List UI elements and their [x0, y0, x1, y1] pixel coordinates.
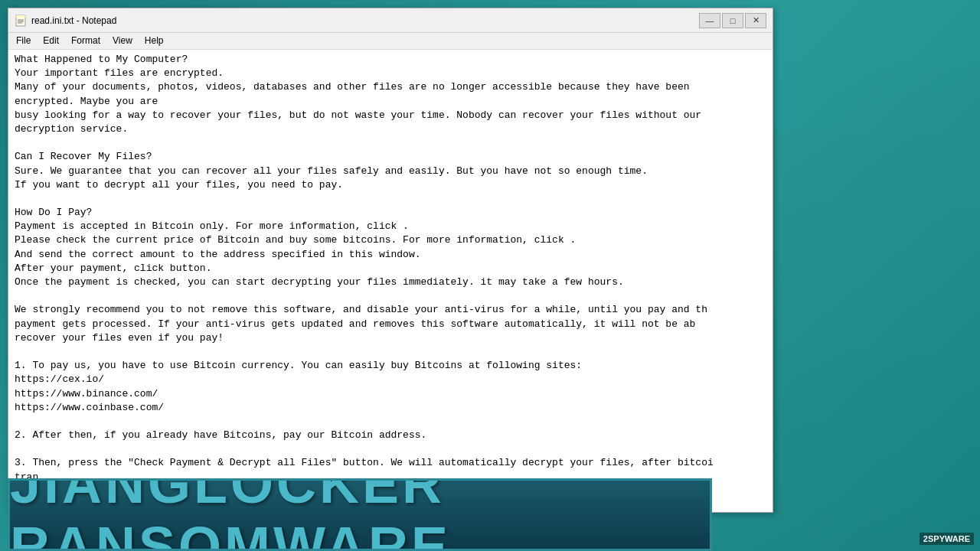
banner-text: JIANGLOCKER RANSOMWARE [10, 478, 710, 551]
watermark-logo: 2SPYWARE [920, 533, 974, 545]
notepad-window: read.ini.txt - Notepad — □ ✕ File Edit F… [8, 8, 773, 513]
ransomware-banner: JIANGLOCKER RANSOMWARE [8, 478, 712, 551]
minimize-button[interactable]: — [699, 13, 720, 28]
maximize-button[interactable]: □ [722, 13, 743, 28]
notepad-icon [15, 15, 27, 27]
notepad-content[interactable]: What Happened to My Computer? Your impor… [8, 50, 773, 512]
title-bar-controls: — □ ✕ [699, 13, 766, 28]
menu-help[interactable]: Help [140, 34, 168, 47]
menu-bar: File Edit Format View Help [8, 33, 773, 50]
window-title: read.ini.txt - Notepad [31, 15, 116, 26]
title-bar-left: read.ini.txt - Notepad [15, 15, 116, 27]
menu-format[interactable]: Format [67, 34, 105, 47]
svg-rect-1 [16, 15, 25, 18]
close-button[interactable]: ✕ [745, 13, 766, 28]
watermark-area: 2SPYWARE [920, 533, 974, 545]
menu-file[interactable]: File [11, 34, 35, 47]
title-bar: read.ini.txt - Notepad — □ ✕ [8, 8, 773, 33]
menu-view[interactable]: View [108, 34, 137, 47]
menu-edit[interactable]: Edit [38, 34, 64, 47]
